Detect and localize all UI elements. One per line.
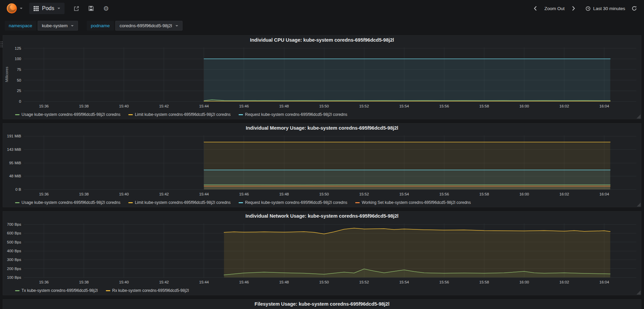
legend-series-name: Working Set kube-system coredns-695f96dc… (362, 200, 471, 205)
dashboard-picker[interactable]: Pods (29, 3, 65, 14)
variable-namespace: namespace kube-system (5, 21, 78, 31)
svg-text:200 Bps: 200 Bps (7, 267, 21, 271)
legend-series-marker (239, 114, 243, 115)
svg-text:16:00: 16:00 (519, 192, 529, 196)
memory-plot-svg: 15:3615:3815:4015:4215:4415:4615:4815:50… (3, 133, 641, 199)
refresh-button[interactable] (631, 5, 638, 12)
panel-title[interactable]: Filesystem Usage: kube-system coredns-69… (3, 300, 641, 309)
memory-usage-chart[interactable]: 15:3615:3815:4015:4215:4415:4615:4815:50… (3, 133, 641, 199)
svg-text:15:58: 15:58 (479, 104, 489, 108)
time-shift-right-button[interactable] (570, 5, 577, 12)
zoom-out-button[interactable]: Zoom Out (545, 6, 565, 11)
legend-series-name: Limit kube-system coredns-695f96dcd5-98j… (135, 112, 231, 117)
svg-text:15:36: 15:36 (39, 280, 49, 284)
legend-item[interactable]: Tx kube-system coredns-695f96dcd5-98j2l (15, 288, 98, 293)
dashboard-picker-caret-icon (57, 8, 60, 9)
panel-title[interactable]: Individual Network Usage: kube-system co… (3, 212, 641, 221)
svg-text:15:40: 15:40 (119, 192, 129, 196)
legend-series-name: Usage kube-system coredns-695f96dcd5-98j… (22, 112, 120, 117)
legend-series-marker (128, 202, 133, 203)
network-plot-svg: 15:3615:3815:4015:4215:4415:4615:4815:50… (3, 221, 641, 287)
grafana-logo-icon (6, 3, 17, 14)
svg-text:15:46: 15:46 (239, 104, 249, 108)
variable-namespace-dropdown[interactable]: kube-system (38, 21, 78, 31)
svg-text:600 Bps: 600 Bps (7, 231, 21, 235)
cpu-plot-svg: 15:3615:3815:4015:4215:4415:4615:4815:50… (3, 45, 641, 111)
legend-item[interactable]: Usage kube-system coredns-695f96dcd5-98j… (15, 200, 120, 205)
save-dashboard-button[interactable] (87, 5, 95, 12)
panel-title[interactable]: Individual Memory Usage: kube-system cor… (3, 124, 641, 133)
svg-text:15:54: 15:54 (399, 280, 409, 284)
svg-text:15:56: 15:56 (439, 280, 449, 284)
template-variables-row: namespace kube-system podname coredns-69… (0, 17, 644, 35)
svg-text:15:54: 15:54 (399, 192, 409, 196)
network-usage-chart[interactable]: 15:3615:3815:4015:4215:4415:4615:4815:50… (3, 221, 641, 287)
share-icon (74, 6, 79, 11)
legend-series-marker (128, 114, 133, 115)
variable-podname: podname coredns-695f96dcd5-98j2l (87, 21, 182, 31)
svg-text:0: 0 (19, 99, 21, 103)
time-shift-left-button[interactable] (532, 5, 539, 12)
svg-text:15:42: 15:42 (159, 192, 169, 196)
legend-item[interactable]: Limit kube-system coredns-695f96dcd5-98j… (128, 200, 231, 205)
legend-series-name: Tx kube-system coredns-695f96dcd5-98j2l (22, 288, 98, 293)
svg-text:15:48: 15:48 (279, 192, 289, 196)
svg-text:Millicores: Millicores (5, 67, 9, 82)
svg-text:0 B: 0 B (15, 187, 22, 191)
time-range-picker[interactable]: Last 30 minutes (586, 6, 625, 11)
clock-icon (586, 6, 591, 11)
svg-text:15:42: 15:42 (159, 104, 169, 108)
svg-text:15:50: 15:50 (319, 104, 329, 108)
legend-item[interactable]: Working Set kube-system coredns-695f96dc… (355, 200, 471, 205)
save-icon (88, 6, 94, 11)
svg-text:15:40: 15:40 (119, 104, 129, 108)
svg-text:100: 100 (15, 57, 21, 61)
panel-resize-handle[interactable] (637, 203, 641, 207)
share-button[interactable] (73, 5, 80, 12)
svg-text:15:40: 15:40 (119, 280, 129, 284)
svg-text:15:36: 15:36 (39, 192, 49, 196)
svg-text:15:38: 15:38 (79, 280, 89, 284)
top-navbar: Pods ⚙ Zoom Out (0, 0, 644, 17)
panel-resize-handle[interactable] (637, 115, 641, 119)
dashboard-actions: ⚙ (73, 5, 110, 12)
svg-text:15:44: 15:44 (199, 192, 209, 196)
chevron-down-icon (71, 25, 74, 27)
legend-series-marker (15, 114, 19, 115)
svg-text:15:50: 15:50 (319, 280, 329, 284)
svg-text:15:50: 15:50 (319, 192, 329, 196)
grafana-logo-menu[interactable] (6, 3, 23, 14)
svg-text:16:00: 16:00 (519, 104, 529, 108)
svg-text:15:38: 15:38 (79, 104, 89, 108)
legend-item[interactable]: Limit kube-system coredns-695f96dcd5-98j… (128, 112, 231, 117)
legend-item[interactable]: Rx kube-system coredns-695f96dcd5-98j2l (106, 288, 189, 293)
legend-series-name: Rx kube-system coredns-695f96dcd5-98j2l (112, 288, 189, 293)
svg-text:16:02: 16:02 (559, 280, 569, 284)
dashboard-title: Pods (42, 5, 54, 11)
legend-item[interactable]: Request kube-system coredns-695f96dcd5-9… (239, 200, 347, 205)
cpu-usage-chart[interactable]: 15:3615:3815:4015:4215:4415:4615:4815:50… (3, 45, 641, 111)
svg-text:143 MiB: 143 MiB (7, 147, 22, 151)
legend-item[interactable]: Request kube-system coredns-695f96dcd5-9… (239, 112, 347, 117)
legend-series-name: Request kube-system coredns-695f96dcd5-9… (245, 200, 347, 205)
chevron-right-icon (572, 6, 575, 11)
svg-text:400 Bps: 400 Bps (7, 249, 21, 253)
memory-usage-legend: Usage kube-system coredns-695f96dcd5-98j… (3, 199, 641, 206)
svg-text:700 Bps: 700 Bps (7, 222, 21, 226)
variable-podname-dropdown[interactable]: coredns-695f96dcd5-98j2l (115, 21, 183, 31)
panel-title[interactable]: Individual CPU Usage: kube-system coredn… (3, 36, 641, 45)
dashboard-grid-icon (34, 6, 39, 11)
svg-text:15:52: 15:52 (359, 104, 369, 108)
dashboard-settings-button[interactable]: ⚙ (102, 5, 110, 12)
chevron-left-icon (534, 6, 537, 11)
panel-resize-handle[interactable] (637, 291, 641, 295)
org-menu-caret-icon (20, 8, 23, 9)
legend-series-marker (15, 290, 19, 291)
panel-individual-network-usage: Individual Network Usage: kube-system co… (3, 211, 641, 295)
svg-text:25: 25 (17, 89, 21, 93)
svg-text:15:36: 15:36 (39, 104, 49, 108)
svg-text:16:02: 16:02 (559, 104, 569, 108)
svg-text:125: 125 (15, 46, 21, 50)
dashboard-panels: Individual CPU Usage: kube-system coredn… (0, 35, 644, 309)
legend-item[interactable]: Usage kube-system coredns-695f96dcd5-98j… (15, 112, 120, 117)
